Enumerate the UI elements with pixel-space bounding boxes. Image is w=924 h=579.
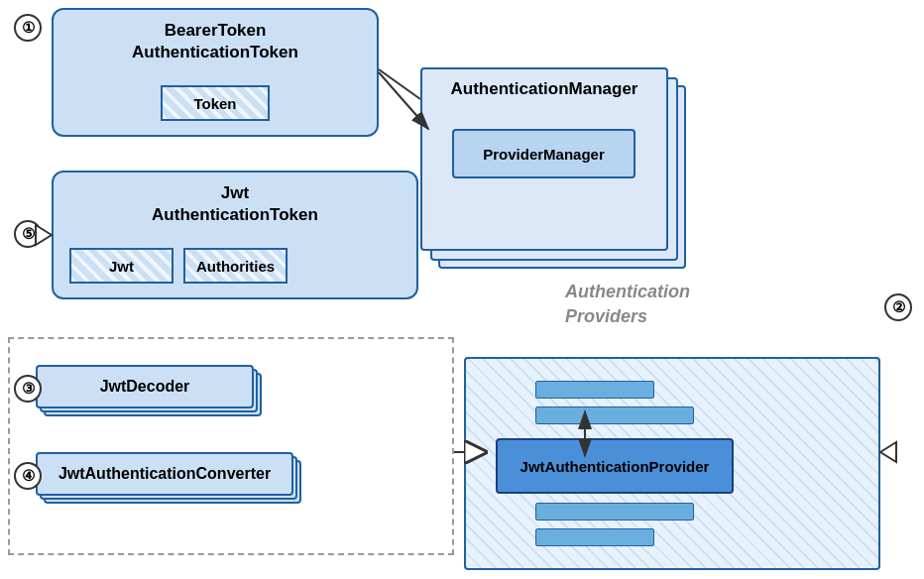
jwt-auth-provider-label: JwtAuthenticationProvider <box>496 438 734 494</box>
svg-line-8 <box>379 69 420 99</box>
am-title: AuthenticationManager <box>422 79 666 99</box>
circle-1: ① <box>14 14 42 42</box>
jwt-fields-row: Jwt Authorities <box>69 248 288 284</box>
auth-manager-stack: AuthenticationManager ProviderManager <box>420 67 678 276</box>
jwt-field-authorities: Authorities <box>183 248 288 284</box>
provider-manager: ProviderManager <box>452 129 635 178</box>
bearer-token-title: BearerToken AuthenticationToken <box>54 20 377 63</box>
circle-4: ④ <box>14 462 42 490</box>
token-field: Token <box>161 85 270 121</box>
jwt-auth-provider-box: JwtAuthenticationProvider <box>464 357 880 570</box>
jwt-decoder-stack: JwtDecoder <box>36 365 274 424</box>
jwt-conv-stack: JwtAuthenticationConverter <box>36 452 313 512</box>
bar-top-1 <box>535 381 654 399</box>
diagram: BearerToken AuthenticationToken Token ① … <box>0 0 924 579</box>
jap-right-arrow <box>880 442 896 462</box>
jwt-token-title: Jwt AuthenticationToken <box>54 182 416 226</box>
bar-top-2 <box>535 406 694 424</box>
circle-2: ② <box>884 293 912 321</box>
bar-bot-2 <box>535 528 654 546</box>
am-main: AuthenticationManager ProviderManager <box>420 67 668 251</box>
jc-main: JwtAuthenticationConverter <box>36 452 293 496</box>
auth-providers-label: AuthenticationProviders <box>565 280 690 329</box>
jd-main: JwtDecoder <box>36 365 254 408</box>
circle-5: ⑤ <box>14 220 42 248</box>
bearer-token-box: BearerToken AuthenticationToken Token <box>52 8 379 137</box>
jwt-token-box: Jwt AuthenticationToken Jwt Authorities <box>52 171 418 299</box>
jwt-field-jwt: Jwt <box>69 248 173 284</box>
bar-bot-1 <box>535 503 694 521</box>
circle-3: ③ <box>14 375 42 403</box>
